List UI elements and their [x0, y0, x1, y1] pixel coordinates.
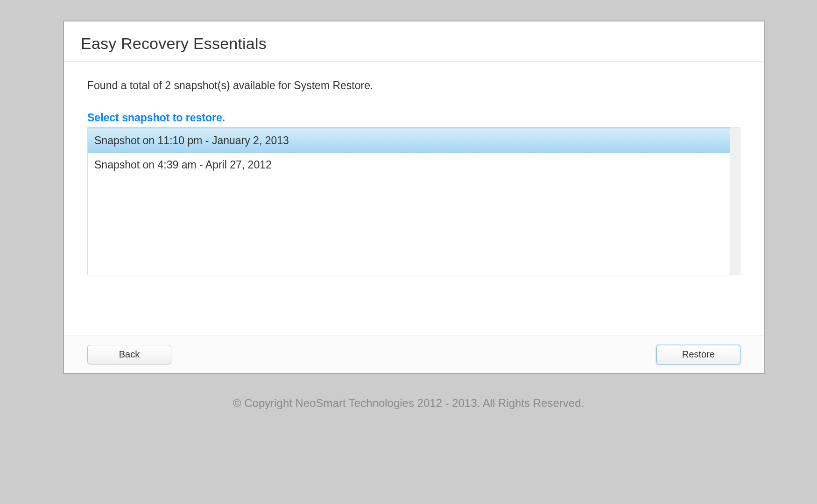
footer: Back Restore	[64, 336, 764, 373]
app-window: Easy Recovery Essentials Found a total o…	[63, 21, 765, 374]
snapshot-item[interactable]: Snapshot on 11:10 pm - January 2, 2013	[88, 128, 730, 153]
restore-button[interactable]: Restore	[656, 345, 740, 364]
snapshot-list: Snapshot on 11:10 pm - January 2, 2013 S…	[87, 127, 740, 275]
back-button[interactable]: Back	[87, 345, 171, 364]
content-area: Found a total of 2 snapshot(s) available…	[64, 62, 764, 336]
status-text: Found a total of 2 snapshot(s) available…	[87, 79, 740, 92]
app-title: Easy Recovery Essentials	[81, 35, 747, 53]
snapshot-list-items: Snapshot on 11:10 pm - January 2, 2013 S…	[88, 127, 730, 275]
scrollbar[interactable]	[730, 127, 740, 275]
header: Easy Recovery Essentials	[64, 21, 764, 62]
copyright-text: © Copyright NeoSmart Technologies 2012 -…	[0, 397, 817, 410]
snapshot-item[interactable]: Snapshot on 4:39 am - April 27, 2012	[88, 153, 730, 177]
prompt-text: Select snapshot to restore.	[87, 112, 740, 124]
